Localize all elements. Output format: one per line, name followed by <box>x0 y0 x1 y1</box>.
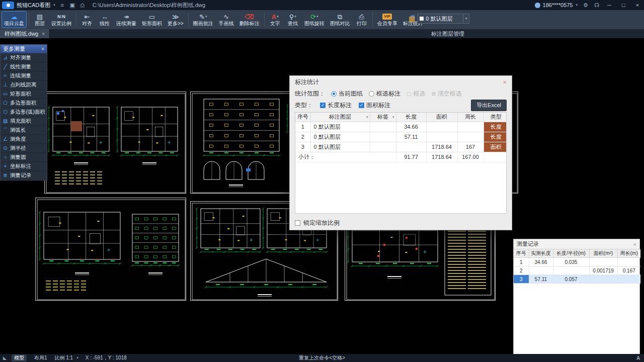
tool-delete-annotation[interactable]: ⌫ 删除标注 <box>237 11 262 28</box>
toolbar-separator <box>264 13 265 27</box>
measure-item-align[interactable]: ⊿对齐测量 <box>1 53 47 62</box>
checkbox-length-annotation[interactable]: ✓ 长度标注 <box>320 101 352 110</box>
document-tab[interactable]: 样例图纸.dwg × <box>0 29 50 38</box>
app-name[interactable]: 熊猫CAD看图 <box>17 2 50 9</box>
toolbar-separator <box>188 13 189 27</box>
save-icon[interactable]: ▣ <box>67 2 77 9</box>
measure-item-label: 对齐测量 <box>10 54 31 61</box>
layer-color-swatch <box>420 17 424 21</box>
measure-item-coordinate[interactable]: +坐标标注 <box>1 162 47 171</box>
layer-manage-button[interactable]: 标注图层管理 <box>422 29 474 38</box>
statusbar: ◣ 模型 布局1 比例 1:1 ▾ X : -591，Y : 1018 重复上次… <box>0 354 644 362</box>
layer-manager-icon[interactable]: ▦ <box>409 15 415 23</box>
scale-control[interactable]: 比例 1:1 ▾ <box>54 354 80 361</box>
tool-label: 项目云盘 <box>4 21 24 27</box>
maximize-button[interactable]: □ <box>617 2 630 8</box>
app-logo-icon[interactable] <box>2 2 14 9</box>
measure-item-label: 线性测量 <box>10 63 31 70</box>
measure-item-label: 测半径 <box>10 145 26 152</box>
measure-item-circle[interactable]: ○测量圆 <box>1 153 47 162</box>
tool-layers[interactable]: ▤ 图层 <box>31 11 48 28</box>
tool-label: 删除标注 <box>239 21 260 27</box>
minimize-button[interactable]: ─ <box>603 2 616 8</box>
close-icon[interactable]: × <box>41 46 44 52</box>
tool-rect-area[interactable]: ▭ 矩形面积 <box>139 11 165 28</box>
toolbar-separator <box>76 13 76 27</box>
tool-align-measure[interactable]: ⇤ 对齐 <box>78 11 96 28</box>
chevron-down-icon[interactable]: ▾ <box>366 115 368 119</box>
measure-item-radius[interactable]: ⊙测半径 <box>1 144 47 153</box>
measure-item-label: 测弧长 <box>10 127 26 134</box>
tool-find[interactable]: ⚲▾ 查找 <box>284 11 301 28</box>
radio-box-annotation[interactable]: 框选标注 <box>369 89 400 98</box>
column-header: 标注图层▾ <box>310 113 370 122</box>
measure-item-records[interactable]: ≣测量记录 <box>1 171 47 180</box>
checkbox-icon: ✓ <box>320 103 326 108</box>
annotation-indicator[interactable]: A <box>636 355 640 361</box>
layer-select[interactable]: 0 默认图层 ▾ <box>417 14 469 24</box>
rotate-icon: ⟳ <box>310 13 316 21</box>
gear-icon[interactable]: ⚙ <box>581 2 591 9</box>
tool-continuous-measure[interactable]: ↠ 连续测量 <box>114 11 139 28</box>
tool-print[interactable]: ⎙ 打印 <box>353 11 370 28</box>
tool-project-cloud[interactable]: ☁ 项目云盘 <box>2 11 27 28</box>
model-space-icon: ◣ <box>3 355 7 360</box>
tool-compare-drawing[interactable]: ⧉ 图纸对比 <box>328 11 353 28</box>
table-row-selected[interactable]: 357.110.057 <box>514 275 640 284</box>
chevron-down-icon[interactable]: ▾ <box>576 3 578 7</box>
account-label[interactable]: 186****0575 <box>543 2 573 8</box>
arc-icon: ⌒ <box>3 127 8 134</box>
checkbox-label: 长度标注 <box>328 101 352 110</box>
tool-text[interactable]: A▾ 文字 <box>267 11 284 28</box>
measure-item-polygon-arc-area[interactable]: ⬡多边形(弧)面积 <box>1 108 47 117</box>
measure-item-fill-area[interactable]: ▨填充面积 <box>1 117 47 126</box>
measure-item-polygon-area[interactable]: ⬠多边形面积 <box>1 99 47 108</box>
tool-rotate-drawing[interactable]: ⟳▾ 图纸旋转 <box>302 11 327 28</box>
chevron-down-icon[interactable]: ▾ <box>392 115 394 119</box>
measure-item-point-to-line[interactable]: ⊥点到线距离 <box>1 80 47 89</box>
measure-item-label: 多边形面积 <box>10 100 37 107</box>
table-row[interactable]: 30 默认图层1718.64167面积 <box>295 142 507 152</box>
tab-model[interactable]: 模型 <box>12 354 27 361</box>
measure-item-rect-area[interactable]: ▭矩形面积 <box>1 89 47 99</box>
table-row[interactable]: 20.0017190.167 <box>514 266 640 275</box>
tool-set-scale[interactable]: N:N 设置比例 <box>49 11 74 28</box>
measure-item-linear[interactable]: ╱线性测量 <box>1 62 47 71</box>
tool-linear-measure[interactable]: ↔ 线性 <box>96 11 113 28</box>
radio-current-drawing[interactable]: 当前图纸 <box>331 89 363 98</box>
tool-more[interactable]: ≫ 更多>> <box>165 11 186 28</box>
checkbox-icon: ✓ <box>359 103 364 108</box>
export-excel-button[interactable]: 导出Excel <box>471 100 507 111</box>
stats-table: 序号 标注图层▾ 标签▾ 长度 面积 周长 类型 10 默认图层34.66长度 … <box>295 112 507 214</box>
close-icon[interactable]: × <box>633 241 636 247</box>
column-header: 长度/半径(m) <box>553 249 589 258</box>
measure-item-label: 测量记录 <box>10 172 31 179</box>
measure-item-continuous[interactable]: ≈连续测量 <box>1 71 47 80</box>
measure-item-arc-length[interactable]: ⌒测弧长 <box>1 126 47 135</box>
lock-zoom-checkbox[interactable] <box>295 220 300 226</box>
avatar[interactable] <box>535 3 540 8</box>
toolbar-separator <box>372 13 373 27</box>
tool-label: 手画线 <box>219 21 234 27</box>
tool-sketch-annotate[interactable]: ✎▾ 圈画批注 <box>191 11 216 28</box>
close-icon[interactable]: × <box>42 31 45 37</box>
chevron-down-icon: ▾ <box>316 14 318 20</box>
table-row[interactable]: 10 默认图层34.66长度 <box>295 122 507 132</box>
tool-vip[interactable]: VIP 会员专享 <box>375 11 400 28</box>
tab-layout1[interactable]: 布局1 <box>32 354 50 361</box>
crosshair-icon: + <box>3 163 8 169</box>
rectangle-area-icon: ▭ <box>149 13 155 21</box>
table-row[interactable]: 134.660.035 <box>514 258 640 266</box>
menu-icon[interactable]: ≡ <box>57 2 67 8</box>
tool-label: 图纸对比 <box>330 21 350 27</box>
measure-item-label: 连续测量 <box>10 72 31 79</box>
tool-freehand-line[interactable]: ∿ 手画线 <box>216 11 236 28</box>
circle-icon: ○ <box>3 154 8 160</box>
close-icon[interactable]: × <box>503 78 507 86</box>
table-row[interactable]: 20 默认图层57.11长度 <box>295 132 507 142</box>
print-icon[interactable]: ⎙ <box>77 2 88 9</box>
headset-icon[interactable]: ☊ <box>592 2 602 9</box>
checkbox-area-annotation[interactable]: ✓ 面积标注 <box>359 101 390 110</box>
close-button[interactable]: × <box>631 2 644 8</box>
measure-item-angle[interactable]: ∠测角度 <box>1 135 47 144</box>
